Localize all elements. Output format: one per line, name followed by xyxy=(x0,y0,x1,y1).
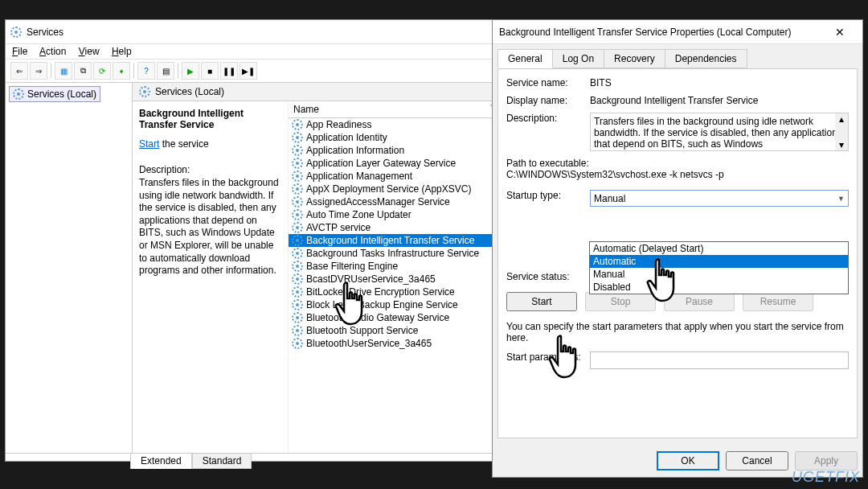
start-icon[interactable]: ▶ xyxy=(182,62,199,80)
service-name: Application Layer Gateway Service xyxy=(306,158,497,169)
table-row[interactable]: AssignedAccessManager ServiceA xyxy=(289,195,518,208)
dropdown-option[interactable]: Automatic (Delayed Start) xyxy=(590,242,848,255)
table-row[interactable]: App ReadinessG xyxy=(289,118,518,131)
watermark: UGETFIX xyxy=(792,469,860,486)
dropdown-option[interactable]: Automatic xyxy=(590,255,848,268)
forward-button[interactable]: ⇒ xyxy=(30,62,47,80)
dialog-titlebar[interactable]: Background Intelligent Transfer Service … xyxy=(493,20,862,44)
properties-icon[interactable]: ⧉ xyxy=(74,62,92,80)
value-path: C:\WINDOWS\System32\svchost.exe -k netsv… xyxy=(506,169,849,180)
menu-file[interactable]: File xyxy=(12,46,27,57)
menubar: File Action View Help xyxy=(6,44,518,60)
gear-icon xyxy=(292,222,303,233)
gear-icon xyxy=(292,209,303,220)
label-display-name: Display name: xyxy=(506,95,590,106)
refresh-icon[interactable]: ⟳ xyxy=(93,62,111,80)
menu-view[interactable]: View xyxy=(79,46,100,57)
label-start-params: Start parameters: xyxy=(506,351,590,363)
label-service-name: Service name: xyxy=(506,77,590,88)
label-startup-type: Startup type: xyxy=(506,190,590,201)
table-row[interactable]: AppX Deployment Service (AppXSVC)Pr xyxy=(289,183,518,195)
gear-icon xyxy=(292,248,303,259)
label-description: Description: xyxy=(506,113,590,124)
pause-button: Pause xyxy=(664,292,735,311)
tree-node-services-local[interactable]: Services (Local) xyxy=(9,86,100,102)
table-row[interactable]: Application IdentityD xyxy=(289,131,518,144)
start-params-input[interactable] xyxy=(590,351,849,369)
table-row[interactable]: Background Intelligent Transfer ServiceT… xyxy=(289,234,518,247)
ok-button[interactable]: OK xyxy=(657,451,719,471)
window-title: Services xyxy=(27,27,478,38)
gear-icon xyxy=(292,273,303,285)
gear-icon xyxy=(292,119,303,130)
table-row[interactable]: AVCTP serviceTh xyxy=(289,221,518,234)
service-name: Application Management xyxy=(306,171,497,182)
start-link[interactable]: Start xyxy=(139,138,159,150)
gear-icon xyxy=(292,299,303,310)
table-row[interactable]: Application ManagementPr xyxy=(289,170,518,183)
gear-icon xyxy=(292,261,303,272)
table-row[interactable]: BluetoothUserService_3a465Th xyxy=(289,337,518,350)
service-name: Base Filtering Engine xyxy=(306,261,497,272)
pause-icon[interactable]: ❚❚ xyxy=(220,62,238,80)
services-window: Services — File Action View Help ⇐ ⇒ ▦ ⧉… xyxy=(5,19,519,462)
toolbar: ⇐ ⇒ ▦ ⧉ ⟳ ➧ ? ▤ ▶ ■ ❚❚ ▶❚ xyxy=(6,60,518,83)
service-name: AssignedAccessManager Service xyxy=(306,196,497,208)
table-row[interactable]: Auto Time Zone UpdaterA xyxy=(289,208,518,221)
tree-pane: Services (Local) xyxy=(6,83,133,453)
service-name: BluetoothUserService_3a465 xyxy=(306,338,497,349)
startup-type-combo[interactable]: Manual ▼ xyxy=(590,190,849,207)
help-icon[interactable]: ? xyxy=(137,62,155,80)
description-header: Description: xyxy=(139,164,281,175)
tab-recovery[interactable]: Recovery xyxy=(604,49,665,68)
table-row[interactable]: Bluetooth Audio Gateway ServiceSe xyxy=(289,311,518,324)
dialog-buttons: OK Cancel Apply xyxy=(657,451,858,471)
tab-logon[interactable]: Log On xyxy=(552,49,604,68)
table-row[interactable]: Background Tasks Infrastructure ServiceW xyxy=(289,247,518,260)
service-name: Background Tasks Infrastructure Service xyxy=(306,248,497,259)
gear-icon xyxy=(10,27,22,38)
tab-extended[interactable]: Extended xyxy=(130,454,192,469)
table-row[interactable]: Block Level Backup Engine ServiceTh xyxy=(289,298,518,311)
scrollbar[interactable]: ▴▾ xyxy=(835,113,848,150)
right-header: Services (Local) xyxy=(133,83,518,101)
gear-icon xyxy=(292,132,303,143)
tab-standard[interactable]: Standard xyxy=(192,454,252,469)
menu-help[interactable]: Help xyxy=(112,46,132,57)
dropdown-option[interactable]: Manual xyxy=(590,268,848,281)
table-row[interactable]: Base Filtering EngineTh xyxy=(289,260,518,273)
props2-icon[interactable]: ▤ xyxy=(157,62,174,80)
export-icon[interactable]: ➧ xyxy=(113,62,130,80)
titlebar[interactable]: Services — xyxy=(6,20,518,44)
service-name: Bluetooth Audio Gateway Service xyxy=(306,312,497,323)
gear-icon xyxy=(292,158,303,169)
service-name: Application Information xyxy=(306,145,497,156)
dropdown-option[interactable]: Disabled xyxy=(590,281,848,294)
table-row[interactable]: BcastDVRUserService_3a465Th xyxy=(289,273,518,286)
tab-dependencies[interactable]: Dependencies xyxy=(665,49,747,68)
show-hide-icon[interactable]: ▦ xyxy=(55,62,72,80)
tab-general[interactable]: General xyxy=(497,49,553,68)
resume-button: Resume xyxy=(743,292,813,311)
list-header[interactable]: Nameˆ D xyxy=(289,101,518,118)
gear-icon xyxy=(292,286,303,298)
start-button[interactable]: Start xyxy=(506,292,577,311)
value-display-name: Background Intelligent Transfer Service xyxy=(590,95,849,106)
cancel-button[interactable]: Cancel xyxy=(726,451,788,471)
table-row[interactable]: BitLocker Drive Encryption ServiceBI xyxy=(289,286,518,298)
close-icon[interactable]: ✕ xyxy=(824,26,856,39)
stop-icon[interactable]: ■ xyxy=(201,62,219,80)
menu-action[interactable]: Action xyxy=(39,46,66,57)
gear-icon xyxy=(292,145,303,156)
back-button[interactable]: ⇐ xyxy=(10,62,28,80)
restart-icon[interactable]: ▶❚ xyxy=(240,62,257,80)
service-name: Block Level Backup Engine Service xyxy=(306,299,497,310)
startup-type-dropdown[interactable]: Automatic (Delayed Start)AutomaticManual… xyxy=(589,241,849,294)
table-row[interactable]: Application Layer Gateway ServicePr xyxy=(289,157,518,170)
table-row[interactable]: Bluetooth Support ServiceTh xyxy=(289,324,518,337)
bottom-tabs: Extended Standard xyxy=(6,453,518,469)
description-box[interactable]: Transfers files in the background using … xyxy=(590,113,849,151)
detail-pane: Background Intelligent Transfer Service … xyxy=(133,101,289,453)
table-row[interactable]: Application InformationFa xyxy=(289,144,518,157)
gear-icon xyxy=(292,196,303,208)
